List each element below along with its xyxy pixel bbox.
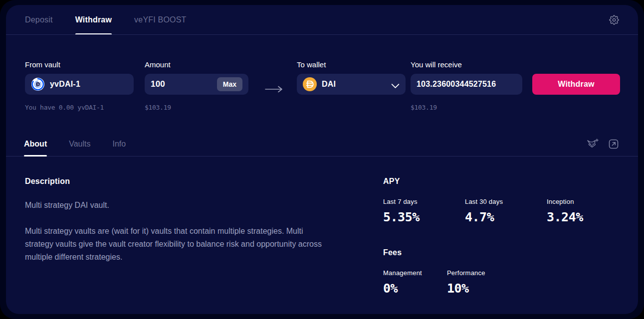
amount-usd-value: $103.19 xyxy=(145,104,171,111)
tab-withdraw[interactable]: Withdraw xyxy=(75,5,112,35)
tab-deposit[interactable]: Deposit xyxy=(25,5,53,35)
wallet-fox-plus-icon[interactable] xyxy=(586,138,599,150)
from-vault-select[interactable]: yvDAI-1 xyxy=(25,74,134,95)
gear-icon[interactable] xyxy=(609,15,619,25)
stat-label: Performance xyxy=(447,269,511,277)
max-button[interactable]: Max xyxy=(217,77,242,91)
stat-label: Last 7 days xyxy=(383,198,465,205)
vault-action-card: Deposit Withdraw veYFI BOOST From vault … xyxy=(6,5,638,314)
to-wallet-select[interactable]: DAI xyxy=(297,74,406,95)
apy-stats: Last 7 days 5.35% Last 30 days 4.7% Ince… xyxy=(383,198,629,224)
apy-heading: APY xyxy=(383,177,629,186)
tab-about[interactable]: About xyxy=(24,132,47,156)
tab-info[interactable]: Info xyxy=(112,132,126,156)
receive-label: You will receive xyxy=(411,60,462,69)
stat-label: Management xyxy=(383,269,447,277)
apy-section: APY Last 7 days 5.35% Last 30 days 4.7% … xyxy=(383,177,629,224)
fees-heading: Fees xyxy=(383,248,511,257)
apy-stat: Last 30 days 4.7% xyxy=(465,198,547,224)
stat-label: Inception xyxy=(547,198,629,205)
balance-note: You have 0.00 yvDAI-1 xyxy=(25,104,104,111)
withdraw-button[interactable]: Withdraw xyxy=(532,74,620,95)
tab-vaults[interactable]: Vaults xyxy=(69,132,90,156)
stat-value: 10% xyxy=(447,281,511,296)
fees-section: Fees Management 0% Performance 10% xyxy=(383,248,511,296)
receive-input[interactable] xyxy=(417,80,516,89)
to-wallet-label: To wallet xyxy=(297,60,326,69)
fees-stats: Management 0% Performance 10% xyxy=(383,269,511,296)
action-tab-bar: Deposit Withdraw veYFI BOOST xyxy=(25,5,619,35)
app-frame: Deposit Withdraw veYFI BOOST From vault … xyxy=(0,0,644,319)
from-vault-label: From vault xyxy=(25,60,60,69)
details-tab-bar: About Vaults Info xyxy=(6,132,638,157)
arrow-right-icon xyxy=(264,85,283,93)
apy-stat: Last 7 days 5.35% xyxy=(383,198,465,224)
description-paragraph: Multi strategy DAI vault. xyxy=(25,199,328,212)
fee-stat: Management 0% xyxy=(383,269,447,296)
amount-input[interactable] xyxy=(151,79,217,89)
description-paragraph: Multi strategy vaults are (wait for it) … xyxy=(25,225,328,264)
description-heading: Description xyxy=(25,177,328,186)
dai-token-icon xyxy=(303,77,317,91)
fee-stat: Performance 10% xyxy=(447,269,511,296)
tab-veyfi-boost[interactable]: veYFI BOOST xyxy=(134,5,186,35)
stat-value: 4.7% xyxy=(465,210,547,224)
yvdai-token-icon xyxy=(31,77,45,91)
stat-label: Last 30 days xyxy=(465,198,547,205)
from-vault-token-name: yvDAI-1 xyxy=(50,80,80,89)
chevron-down-icon xyxy=(391,82,400,87)
receive-field xyxy=(411,74,522,95)
amount-field: Max xyxy=(145,74,248,95)
amount-label: Amount xyxy=(145,60,171,69)
stat-value: 0% xyxy=(383,281,447,296)
stat-value: 5.35% xyxy=(383,210,465,224)
to-wallet-token-name: DAI xyxy=(322,80,336,89)
apy-stat: Inception 3.24% xyxy=(547,198,629,224)
receive-usd-value: $103.19 xyxy=(411,104,437,111)
details-actions xyxy=(586,138,620,150)
description-section: Description Multi strategy DAI vault. Mu… xyxy=(25,177,328,264)
header-divider xyxy=(6,34,638,35)
stat-value: 3.24% xyxy=(547,210,629,224)
external-link-icon[interactable] xyxy=(608,138,620,150)
